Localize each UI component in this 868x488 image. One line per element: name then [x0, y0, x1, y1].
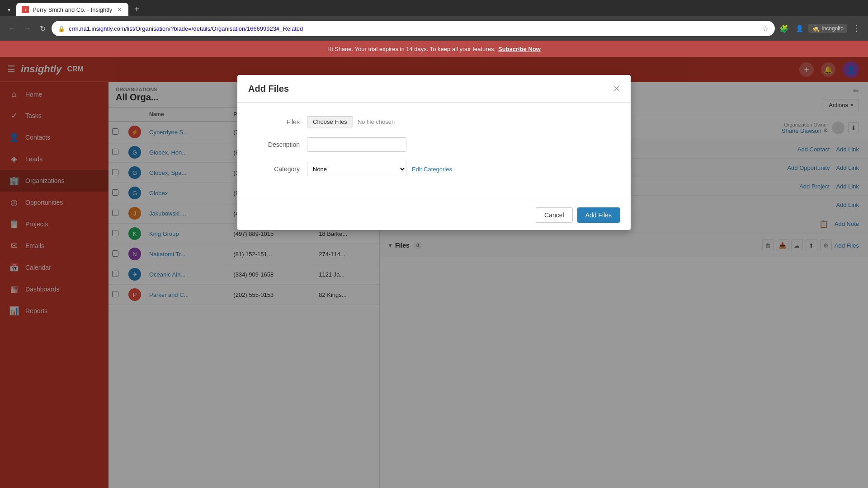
description-form-row: Description [248, 137, 620, 152]
forward-btn[interactable]: → [21, 22, 33, 35]
incognito-label: Incognito [821, 25, 844, 32]
modal-overlay: Add Files × Files Choose Files No file c… [0, 57, 868, 488]
browser-tab-active[interactable]: i Perry Smith and Co. - Insightly × [16, 3, 128, 16]
lock-icon: 🔒 [58, 25, 65, 32]
edit-categories-link[interactable]: Edit Categories [412, 166, 452, 173]
star-icon[interactable]: ☆ [762, 24, 769, 33]
tab-favicon: i [22, 6, 29, 13]
no-file-text: No file chosen [358, 118, 395, 125]
category-form-row: Category None Edit Categories [248, 162, 620, 176]
incognito-btn[interactable]: 🕵 Incognito [808, 24, 847, 33]
add-files-submit-btn[interactable]: Add Files [577, 207, 620, 223]
description-form-label: Description [248, 141, 307, 148]
category-form-label: Category [248, 165, 307, 173]
files-form-label: Files [248, 118, 307, 126]
modal-title: Add Files [248, 84, 289, 94]
tabs-bar: ▾ i Perry Smith and Co. - Insightly × + [0, 0, 868, 16]
files-form-row: Files Choose Files No file chosen [248, 116, 620, 127]
extensions-btn[interactable]: 🧩 [778, 22, 790, 35]
trial-text: Hi Shane. Your trial expires in 14 days.… [327, 46, 495, 52]
url-text: crm.na1.insightly.com/list/Organisation/… [69, 25, 759, 32]
tab-close-icon[interactable]: × [116, 5, 123, 14]
choose-files-btn[interactable]: Choose Files [307, 116, 353, 127]
cancel-btn[interactable]: Cancel [536, 207, 573, 223]
subscribe-link[interactable]: Subscribe Now [498, 46, 541, 52]
nav-bar: ← → ↻ 🔒 crm.na1.insightly.com/list/Organ… [0, 16, 868, 41]
description-input[interactable] [307, 137, 406, 152]
new-tab-btn[interactable]: + [130, 3, 143, 15]
tab-title: Perry Smith and Co. - Insightly [33, 6, 112, 13]
modal-body: Files Choose Files No file chosen Descri… [237, 103, 631, 200]
reload-btn[interactable]: ↻ [36, 22, 49, 35]
incognito-icon: 🕵 [812, 25, 820, 32]
modal-header: Add Files × [237, 75, 631, 103]
profile-btn[interactable]: 👤 [793, 22, 806, 35]
category-select[interactable]: None [307, 162, 406, 176]
back-btn[interactable]: ← [5, 22, 18, 35]
add-files-modal: Add Files × Files Choose Files No file c… [237, 75, 631, 230]
chevron-btn[interactable]: ▾ [4, 4, 14, 16]
category-wrapper: None Edit Categories [307, 162, 452, 176]
browser-chrome: ▾ i Perry Smith and Co. - Insightly × + … [0, 0, 868, 41]
trial-banner: Hi Shane. Your trial expires in 14 days.… [0, 41, 868, 57]
address-bar[interactable]: 🔒 crm.na1.insightly.com/list/Organisatio… [52, 21, 775, 36]
file-input-wrapper: Choose Files No file chosen [307, 116, 395, 127]
menu-btn[interactable]: ⋮ [850, 22, 863, 35]
modal-close-btn[interactable]: × [613, 83, 620, 94]
modal-footer: Cancel Add Files [237, 200, 631, 230]
